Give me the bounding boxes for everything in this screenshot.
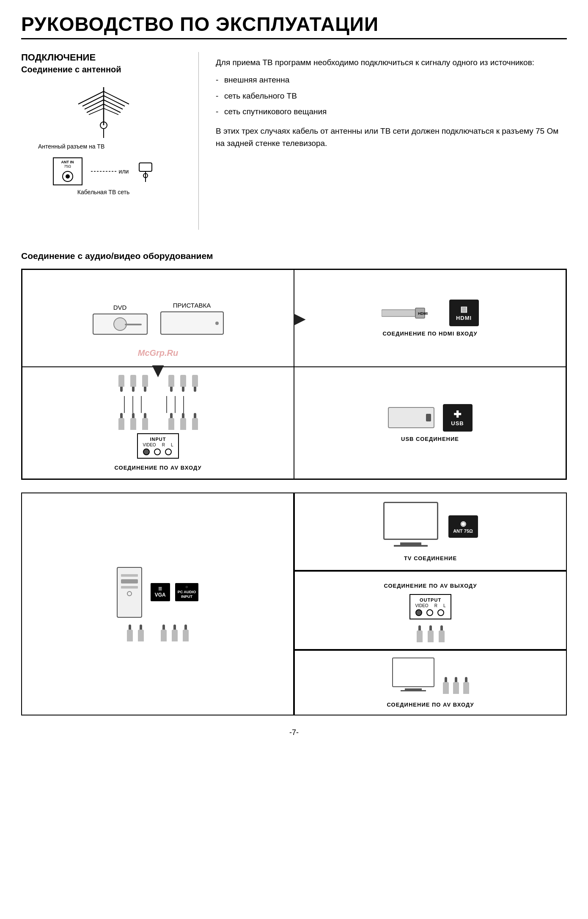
tv-stand-base [394,545,428,547]
rca-top-1 [118,375,124,392]
rca-bot-2 [130,413,136,430]
page-number: -7- [21,728,567,737]
source-item-2: сеть кабельного ТВ [216,90,567,102]
usb-device-shape [388,407,434,428]
stb-led [215,322,219,325]
pc-disc-slot [121,579,138,583]
rca-bottom-row [118,413,198,430]
output-labels: VIDEO R L [415,603,446,608]
rca-bot-3 [142,413,148,430]
pc-tower-shape [117,567,142,618]
ant-symbol: ◉ [453,520,474,528]
rca-bot-1 [118,413,124,430]
usb-symbol: ✚ [449,409,467,420]
rca-top-3 [142,375,148,392]
ant-in-box: ANT IN 75Ω [53,157,82,185]
input-box-title: INPUT [143,437,173,442]
vga-audio-boxes: ☰ VGA ○ PC AUDIO INPUT [151,583,199,601]
ant-box-sub: 75Ω [57,164,78,168]
antenna-image [61,83,146,140]
usb-row: ✚ USB [303,404,557,432]
rca-dot-video [143,448,150,455]
pc-rca-4 [172,625,178,641]
tv-shape-group [383,502,438,551]
usb-icon-label: USB [449,420,467,426]
svg-point-14 [66,174,70,179]
title-divider [21,38,567,39]
stb-device-group: ПРИСТАВКА [160,302,224,335]
pc-audio-label: PC AUDIO INPUT [178,590,196,600]
source-list: внешняя антенна сеть кабельного ТВ сеть … [216,74,567,118]
av-input-cell: INPUT VIDEO R L СОЕДИНЕНИЕ ПО AV ВХОДУ [22,367,294,479]
pc-audio-icon: ○ [178,585,196,590]
output-box: OUTPUT VIDEO R L [409,594,452,619]
out-rca-1 [417,625,423,642]
input-box-labels: VIDEO R L [143,443,173,447]
tv-cell: ◉ ANT 75Ω TV СОЕДИНЕНИЕ [294,493,567,571]
output-label-r: R [434,603,437,608]
page-title: РУКОВОДСТВО ПО ЭКСПЛУАТАЦИИ [21,13,567,36]
antenna-sub-header: Соединение с антенной [21,65,186,74]
output-dot-r [426,609,433,616]
av-input-rca-row [443,677,469,694]
vga-cell: ☰ VGA ○ PC AUDIO INPUT [21,493,294,715]
pc-rca-spacer [149,625,156,641]
av-in-rca-1 [443,677,449,694]
dvd-label: DVD [113,304,127,311]
hdmi-connection-label: СОЕДИНЕНИЕ ПО HDMI ВХОДУ [382,330,477,337]
av-input-tv-row [392,658,469,694]
rca-dots [143,448,173,455]
ant-box-title: ANT IN [57,160,78,164]
usb-port [426,414,431,421]
rca-dot-r [154,448,161,455]
av-input-bottom-cell: СОЕДИНЕНИЕ ПО AV ВХОДУ [294,650,567,715]
hdmi-icon-label: HDMI [455,315,473,321]
av-input-tv-base [401,690,426,691]
rca-top-2 [130,375,136,392]
arrow-right-icon: ► [289,307,310,330]
usb-icon: ✚ USB [443,404,473,432]
hdmi-symbol: ▤ [455,305,473,314]
cable-connector [137,161,154,182]
vga-icon-lines: ☰ [155,586,166,591]
rca-dot-l [165,448,172,455]
hdmi-icon: ▤ HDMI [449,300,479,326]
av-section-header: Соединение с аудио/видео оборудованием [21,251,567,261]
hdmi-cable-svg: HDMI [382,305,441,322]
output-label-l: L [443,603,446,608]
av-input-label: СОЕДИНЕНИЕ ПО AV ВХОДУ [114,465,201,471]
top-section: ПОДКЛЮЧЕНИЕ Соединение с антенной [21,52,567,230]
description-p1: Для приема ТВ программ необходимо подклю… [216,56,567,69]
stb-device-shape [160,311,224,335]
vga-label: VGA [155,592,166,598]
pc-rca-3 [161,625,167,641]
pc-slot-2 [121,586,138,589]
usb-cell: ✚ USB USB СОЕДИНЕНИЕ [294,367,566,479]
output-box-title: OUTPUT [415,597,446,603]
pc-vga-row: ☰ VGA ○ PC AUDIO INPUT [117,567,199,618]
hdmi-cell: HDMI ▤ HDMI СОЕДИНЕНИЕ ПО HDMI ВХОДУ [294,270,566,367]
av-grid-top: DVD ПРИСТАВКА McGrp.Ru ► ▼ [21,269,567,480]
rca-top-6 [192,375,198,392]
ant-icon-label: ANT 75Ω [453,528,474,534]
or-connector: или [91,168,129,175]
output-dot-video [415,609,422,616]
output-label-video: VIDEO [415,603,429,608]
rca-top-4 [168,375,174,392]
source-item-3: сеть спутникового вещания [216,105,567,118]
svg-line-8 [104,104,121,113]
av-input-tv-group [392,658,434,694]
tv-av-right-column: ◉ ANT 75Ω TV СОЕДИНЕНИЕ СОЕДИНЕНИЕ ПО AV… [294,493,567,715]
pc-rca-5 [183,625,189,641]
av-output-cell: СОЕДИНЕНИЕ ПО AV ВЫХОДУ OUTPUT VIDEO R L [294,571,567,650]
input-label-l: L [171,443,173,447]
svg-line-10 [104,108,118,115]
stb-label: ПРИСТАВКА [173,302,211,309]
dvd-stb-row: DVD ПРИСТАВКА [31,302,285,335]
watermark: McGrp.Ru [138,348,179,358]
hdmi-cable-row: HDMI ▤ HDMI [303,300,557,326]
svg-rect-19 [382,310,415,316]
svg-line-7 [87,104,104,113]
pc-button [127,591,132,596]
antenna-description: Для приема ТВ программ необходимо подклю… [216,52,567,230]
